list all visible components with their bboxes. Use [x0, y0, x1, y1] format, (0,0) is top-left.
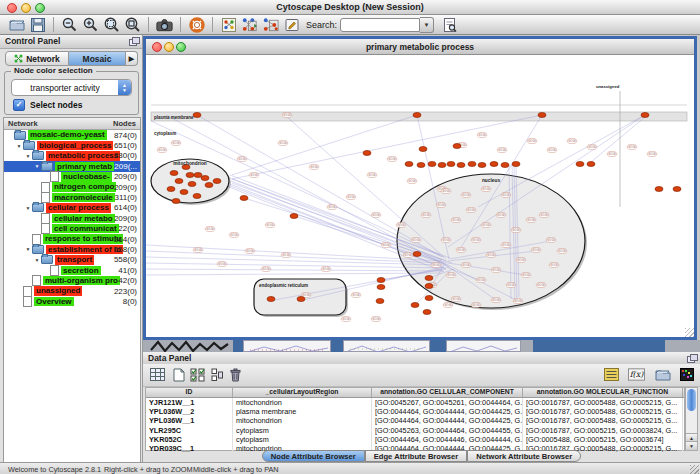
- annotation-node[interactable]: GO:00: [441, 237, 451, 242]
- table-row[interactable]: YLR295Ccytoplasm[GO:0045263, GO:0044464,…: [146, 426, 684, 435]
- go-term-node[interactable]: [167, 187, 175, 192]
- go-term-node[interactable]: [175, 179, 183, 184]
- tree-row-establishment-of-lo[interactable]: ▼establishment of lo558(0): [4, 244, 140, 254]
- app-resize-grip[interactable]: [690, 465, 699, 474]
- advanced-search-icon[interactable]: [440, 16, 459, 34]
- go-term-node[interactable]: [673, 187, 681, 192]
- annotation-node[interactable]: GO:00: [245, 248, 255, 253]
- network-edge[interactable]: [146, 269, 444, 271]
- table-row[interactable]: YJR121W__1mitochondrion[GO:0045267, GO:0…: [146, 398, 684, 407]
- table-row[interactable]: YPL036W__1mitochondrion[GO:0044464, GO:0…: [146, 416, 684, 425]
- column-header[interactable]: annotation.GO MOLECULAR_FUNCTION: [523, 388, 683, 397]
- background-window-fragment[interactable]: [343, 340, 430, 352]
- tree-row-nitrogen-compo[interactable]: nitrogen compo209(0): [4, 182, 140, 192]
- annotation-node[interactable]: GO:00: [546, 237, 556, 242]
- annotation-node[interactable]: GO:00: [309, 164, 319, 169]
- tree-row-cellular-metabo[interactable]: cellular metabo209(0): [4, 213, 140, 223]
- network-canvas[interactable]: GO:00GO:00GO:00GO:00GO:00GO:00GO:00GO:00…: [146, 55, 694, 337]
- zoom-selected-icon[interactable]: [102, 16, 121, 34]
- go-term-node[interactable]: [423, 310, 431, 315]
- zoom-out-icon[interactable]: [60, 16, 79, 34]
- table-row[interactable]: YPL036W__2plasma membrane[GO:0044464, GO…: [146, 407, 684, 416]
- annotation-node[interactable]: GO:00: [371, 212, 381, 217]
- go-term-node[interactable]: [468, 162, 476, 167]
- annotation-node[interactable]: GO:00: [327, 204, 337, 209]
- go-term-node[interactable]: [170, 171, 178, 176]
- tree-row-overview[interactable]: Overview8(0): [4, 296, 140, 306]
- annotation-node[interactable]: GO:00: [461, 192, 471, 197]
- column-header[interactable]: ID: [146, 388, 233, 397]
- go-term-node[interactable]: [267, 297, 275, 302]
- select-nodes-checkbox[interactable]: ✓: [13, 99, 25, 111]
- go-term-node[interactable]: [193, 113, 201, 118]
- annotation-node[interactable]: GO:00: [567, 138, 577, 143]
- annotation-node[interactable]: GO:00: [521, 272, 531, 277]
- annotation-node[interactable]: GO:00: [278, 140, 288, 145]
- annotation-node[interactable]: GO:00: [531, 247, 541, 252]
- column-header[interactable]: annotation.GO CELLULAR_COMPONENT: [372, 388, 523, 397]
- annotation-node[interactable]: GO:00: [461, 262, 471, 267]
- background-window-fragment[interactable]: [243, 340, 331, 352]
- annotation-node[interactable]: GO:00: [513, 298, 523, 303]
- annotation-node[interactable]: GO:00: [193, 247, 203, 252]
- go-term-node[interactable]: [413, 113, 421, 118]
- annotation-node[interactable]: GO:00: [476, 277, 486, 282]
- help-lifering-icon[interactable]: [187, 16, 206, 34]
- go-term-node[interactable]: [447, 162, 455, 167]
- tree-row-primary-metab[interactable]: ▼primary metab209(...: [4, 161, 140, 171]
- annotation-node[interactable]: GO:00: [486, 252, 496, 257]
- tree-row-secretion[interactable]: secretion41(0): [4, 265, 140, 275]
- go-term-node[interactable]: [478, 163, 486, 168]
- annotation-node[interactable]: GO:00: [421, 212, 431, 217]
- network-overview-icon[interactable]: [219, 16, 238, 34]
- zoom-fit-icon[interactable]: [123, 16, 142, 34]
- delete-attribute-icon[interactable]: [227, 367, 244, 382]
- annotation-node[interactable]: GO:00: [497, 147, 507, 152]
- annotation-node[interactable]: GO:00: [549, 262, 559, 267]
- scrollbar-thumb[interactable]: [687, 389, 696, 411]
- go-term-node[interactable]: [413, 252, 421, 257]
- go-term-node[interactable]: [457, 163, 465, 168]
- go-term-node[interactable]: [297, 297, 305, 302]
- tree-row-transport[interactable]: ▼transport558(0): [4, 255, 140, 265]
- tree-expand-arrow[interactable]: ▼: [24, 205, 32, 211]
- annotation-node[interactable]: GO:00: [367, 172, 377, 177]
- go-term-node[interactable]: [538, 113, 546, 118]
- annotation-node[interactable]: GO:00: [451, 217, 461, 222]
- scroll-down-arrow[interactable]: ▼: [686, 441, 697, 450]
- annotation-icon[interactable]: [282, 16, 301, 34]
- annotation-node[interactable]: GO:00: [506, 282, 516, 287]
- annotation-node[interactable]: GO:00: [171, 140, 181, 145]
- go-term-node[interactable]: [172, 199, 180, 204]
- annotation-node[interactable]: GO:00: [229, 232, 239, 237]
- tab-edge-attribute-browser[interactable]: Edge Attribute Browser: [365, 450, 468, 462]
- column-header[interactable]: _cellularLayoutRegion: [233, 388, 372, 397]
- tab-network-attribute-browser[interactable]: Network Attribute Browser: [467, 450, 581, 462]
- tree-row-biological-process[interactable]: ▼biological_process651(0): [4, 140, 140, 150]
- table-scrollbar[interactable]: ▲ ▼: [685, 387, 698, 451]
- network-edge[interactable]: [232, 115, 417, 175]
- annotation-node[interactable]: GO:00: [341, 316, 351, 321]
- node-color-dropdown[interactable]: transporter activity ▲▼: [11, 79, 132, 96]
- annotation-node[interactable]: GO:00: [526, 217, 536, 222]
- import-attributes-icon[interactable]: [208, 367, 225, 382]
- network-view-window[interactable]: primary metabolic process GO:00GO:00GO:0…: [143, 36, 697, 340]
- annotation-node[interactable]: GO:00: [481, 222, 491, 227]
- go-term-node[interactable]: [186, 173, 194, 178]
- import-file-folder-icon[interactable]: [654, 367, 671, 382]
- annotation-node[interactable]: GO:00: [436, 202, 446, 207]
- annotation-node[interactable]: GO:00: [481, 186, 491, 191]
- go-term-node[interactable]: [363, 151, 371, 156]
- go-term-node[interactable]: [438, 163, 446, 168]
- annotation-node[interactable]: GO:00: [516, 257, 526, 262]
- annotation-node[interactable]: GO:00: [157, 147, 167, 152]
- attribute-table-icon[interactable]: [149, 367, 166, 382]
- go-term-node[interactable]: [377, 285, 385, 290]
- go-term-node[interactable]: [193, 194, 201, 199]
- go-term-node[interactable]: [213, 179, 221, 184]
- background-window-fragment[interactable]: [446, 340, 521, 352]
- annotation-node[interactable]: GO:00: [321, 266, 331, 271]
- annotation-node[interactable]: GO:00: [371, 316, 381, 321]
- annotation-node[interactable]: GO:00: [396, 222, 406, 227]
- layout-icon-2[interactable]: [261, 16, 280, 34]
